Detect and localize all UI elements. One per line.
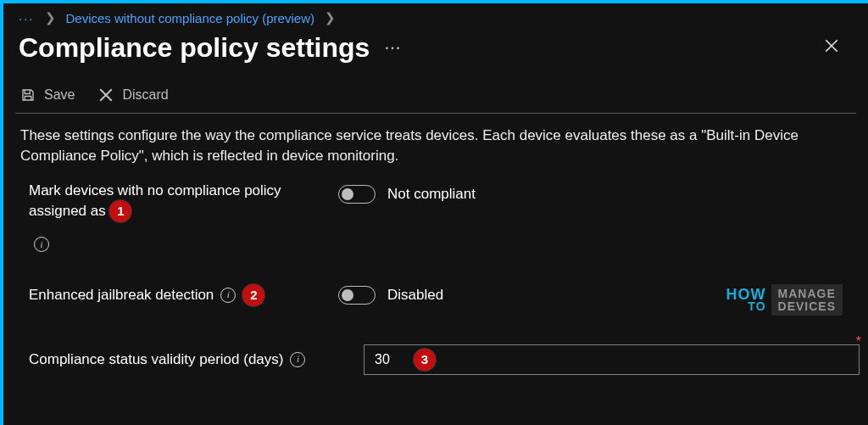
jailbreak-toggle[interactable]	[338, 286, 376, 305]
toggle-group: Not compliant	[338, 185, 476, 204]
chevron-right-icon: ❯	[45, 10, 56, 25]
label-text: Enhanced jailbreak detection	[29, 286, 214, 305]
save-button[interactable]: Save	[20, 87, 75, 103]
info-icon[interactable]: i	[290, 352, 305, 367]
setting-validity-period: Compliance status validity period (days)…	[29, 338, 860, 382]
discard-label: Discard	[122, 87, 168, 103]
setting-label: Enhanced jailbreak detection i 2	[29, 284, 338, 306]
discard-icon	[98, 87, 114, 103]
toggle-value-text: Not compliant	[387, 186, 476, 203]
save-label: Save	[44, 87, 75, 103]
toggle-knob	[342, 289, 353, 301]
annotation-badge-1: 1	[109, 200, 131, 222]
info-icon[interactable]: i	[34, 237, 49, 252]
toggle-value-text: Disabled	[387, 287, 443, 304]
divider	[15, 113, 856, 114]
annotation-badge-2: 2	[242, 284, 264, 306]
discard-button[interactable]: Discard	[98, 87, 168, 103]
required-indicator: *	[856, 334, 861, 350]
setting-label: Mark devices with no compliance policy a…	[29, 182, 338, 253]
breadcrumb: ··· ❯ Devices without compliance policy …	[3, 3, 868, 27]
setting-label: Compliance status validity period (days)…	[29, 350, 364, 369]
label-text: Mark devices with no compliance policy	[29, 182, 281, 199]
info-icon[interactable]: i	[220, 288, 236, 303]
page-header: Compliance policy settings ···	[3, 27, 868, 79]
settings-description: These settings configure the way the com…	[3, 122, 868, 178]
chevron-right-icon: ❯	[325, 10, 336, 25]
setting-jailbreak: Enhanced jailbreak detection i 2 Disable…	[29, 273, 860, 317]
label-text: assigned as	[29, 203, 106, 219]
close-icon	[824, 38, 839, 53]
annotation-badge-3: 3	[414, 349, 436, 371]
toolbar: Save Discard	[3, 79, 868, 113]
page-title: Compliance policy settings	[19, 32, 370, 64]
close-button[interactable]	[815, 33, 848, 63]
mark-devices-toggle[interactable]	[338, 185, 376, 204]
save-icon	[20, 87, 36, 103]
breadcrumb-link[interactable]: Devices without compliance policy (previ…	[66, 11, 314, 25]
input-wrap: 30 3 *	[364, 344, 860, 375]
input-value: 30	[375, 352, 390, 367]
toggle-knob	[342, 188, 353, 200]
validity-period-input[interactable]: 30 3	[364, 344, 860, 375]
label-text: Compliance status validity period (days)	[29, 350, 283, 369]
more-icon[interactable]: ···	[385, 41, 401, 56]
settings-form: Mark devices with no compliance policy a…	[3, 178, 868, 382]
page-title-group: Compliance policy settings ···	[19, 32, 402, 64]
breadcrumb-ellipsis[interactable]: ···	[19, 11, 35, 25]
toggle-group: Disabled	[338, 286, 443, 305]
setting-mark-devices: Mark devices with no compliance policy a…	[29, 182, 860, 253]
